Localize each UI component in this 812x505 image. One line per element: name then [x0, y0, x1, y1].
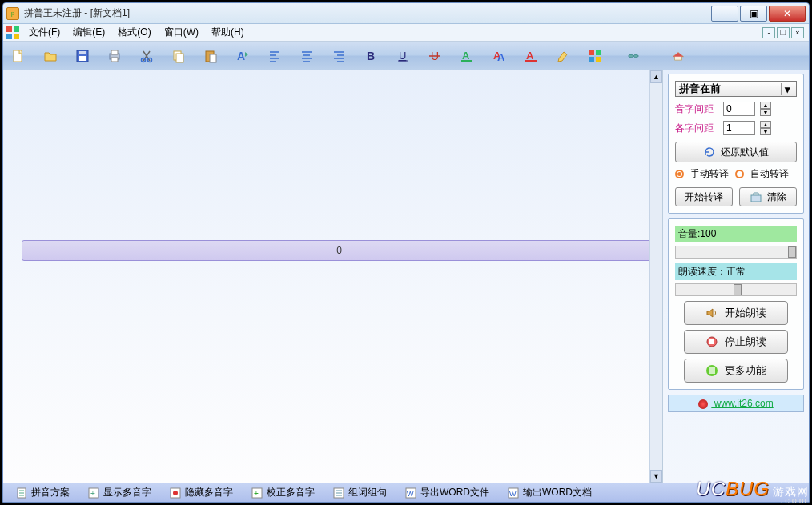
minimize-button[interactable]: —	[711, 6, 738, 22]
align-center-icon[interactable]	[298, 47, 316, 65]
mdi-minimize-button[interactable]: -	[762, 27, 775, 38]
menu-window[interactable]: 窗口(W)	[158, 24, 205, 41]
svg-text:W: W	[407, 490, 414, 498]
align-left-icon[interactable]	[266, 47, 283, 65]
svg-rect-28	[596, 57, 601, 62]
handshake-icon[interactable]	[618, 45, 649, 67]
menu-help[interactable]: 帮助(H)	[205, 24, 251, 41]
output-icon: W	[507, 487, 520, 499]
website-link[interactable]: www.it26.com	[668, 395, 804, 412]
menu-format[interactable]: 格式(O)	[111, 24, 157, 41]
auto-translate-radio[interactable]	[735, 170, 744, 178]
fontcolor3-icon[interactable]: A	[522, 47, 540, 65]
fontcolor2-icon[interactable]: AA	[490, 47, 508, 65]
svg-rect-5	[111, 50, 118, 54]
start-translate-button[interactable]: 开始转译	[675, 187, 733, 206]
paste-icon[interactable]	[202, 47, 219, 65]
window-title: 拼普王未注册 - [新文档1]	[24, 6, 130, 20]
save-icon[interactable]	[74, 47, 91, 65]
restore-defaults-button[interactable]: 还原默认值	[675, 142, 797, 162]
word-spacing-input[interactable]	[723, 121, 755, 135]
mdi-restore-button[interactable]: ❐	[777, 27, 790, 38]
open-icon[interactable]	[42, 47, 59, 65]
menu-file[interactable]: 文件(F)	[22, 24, 66, 41]
svg-text:A: A	[237, 50, 245, 62]
manual-translate-radio[interactable]	[675, 170, 684, 178]
svg-text:A: A	[526, 50, 534, 62]
home-icon[interactable]	[663, 45, 693, 67]
panel-read: 音量:100 朗读速度：正常 开始朗读 停止朗读 更多功能	[668, 218, 804, 390]
svg-rect-2	[79, 56, 86, 61]
speed-slider[interactable]	[675, 283, 797, 296]
hide-icon	[169, 487, 182, 499]
svg-rect-27	[589, 57, 594, 62]
manual-translate-label: 手动转译	[690, 167, 729, 181]
grid-icon[interactable]	[586, 47, 604, 65]
svg-point-37	[173, 491, 178, 495]
svg-rect-12	[210, 54, 216, 62]
start-read-button[interactable]: 开始朗读	[684, 301, 788, 325]
statusbar: 拼音方案 + 显示多音字 隐藏多音字 + 校正多音字 组词组句 W 导出WORD…	[3, 483, 809, 502]
speaker-icon	[705, 307, 718, 319]
dropdown-value: 拼音在前	[679, 82, 721, 96]
fontcolor1-icon[interactable]: A	[458, 47, 476, 65]
editor-content-bar[interactable]: 0	[22, 240, 657, 261]
svg-text:A: A	[497, 51, 505, 63]
close-button[interactable]: ✕	[769, 6, 806, 22]
status-output-word[interactable]: W 输出WORD文档	[500, 484, 599, 501]
status-show-poly[interactable]: + 显示多音字	[80, 484, 159, 501]
underline-icon[interactable]: U	[394, 47, 412, 65]
svg-rect-31	[709, 339, 714, 344]
status-correct-poly[interactable]: + 校正多音字	[243, 484, 322, 501]
windows-icon	[705, 364, 718, 377]
refresh-icon	[703, 146, 716, 158]
globe-icon	[698, 399, 708, 409]
speed-label: 朗读速度：正常	[675, 263, 797, 280]
mdi-close-button[interactable]: ×	[791, 27, 804, 38]
char-spacing-spinner[interactable]: ▲▼	[760, 102, 771, 116]
print-icon[interactable]	[106, 47, 123, 65]
menu-edit[interactable]: 编辑(E)	[66, 24, 111, 41]
clear-button[interactable]: 清除	[739, 187, 797, 206]
titlebar: p 拼普王未注册 - [新文档1] — ▣ ✕	[3, 3, 809, 24]
scroll-down-icon[interactable]: ▼	[650, 470, 662, 483]
status-group-words[interactable]: 组词组句	[325, 484, 394, 501]
undo-icon[interactable]: A	[234, 47, 251, 65]
strike-icon[interactable]: U	[426, 47, 444, 65]
copy-icon[interactable]	[170, 47, 187, 65]
cut-icon[interactable]	[138, 47, 155, 65]
window-controls: — ▣ ✕	[709, 6, 806, 22]
status-export-word[interactable]: W 导出WORD文件	[397, 484, 496, 501]
auto-translate-label: 自动转译	[750, 167, 789, 181]
word-spacing-spinner[interactable]: ▲▼	[760, 121, 771, 135]
svg-text:U: U	[399, 50, 406, 62]
svg-rect-20	[461, 60, 472, 62]
align-right-icon[interactable]	[330, 47, 348, 65]
char-spacing-input[interactable]	[723, 102, 755, 116]
app-icon: p	[6, 7, 19, 20]
main-area: 0 ▲ ▼ 拼音在前 ▾ 音字间距 ▲▼ 各字间距	[3, 70, 809, 483]
mdi-controls: - ❐ ×	[762, 27, 806, 38]
stop-read-button[interactable]: 停止朗读	[684, 330, 788, 354]
vertical-scrollbar[interactable]: ▲ ▼	[649, 70, 662, 483]
bold-icon[interactable]: B	[362, 47, 380, 65]
status-pinyin-scheme[interactable]: 拼音方案	[8, 484, 77, 501]
correct-icon: +	[251, 487, 263, 499]
side-panel: 拼音在前 ▾ 音字间距 ▲▼ 各字间距 ▲▼ 还原默认值	[663, 70, 809, 483]
svg-rect-6	[111, 58, 118, 62]
svg-text:B: B	[367, 50, 375, 62]
more-functions-button[interactable]: 更多功能	[684, 359, 788, 383]
svg-text:+: +	[90, 489, 95, 498]
pinyin-order-dropdown[interactable]: 拼音在前 ▾	[675, 81, 797, 97]
show-icon: +	[87, 487, 100, 499]
highlight-icon[interactable]	[554, 47, 572, 65]
svg-rect-10	[176, 54, 183, 62]
volume-slider[interactable]	[675, 246, 797, 259]
scroll-up-icon[interactable]: ▲	[650, 70, 662, 83]
status-hide-poly[interactable]: 隐藏多音字	[162, 484, 240, 501]
maximize-button[interactable]: ▣	[740, 6, 767, 22]
new-icon[interactable]	[10, 47, 27, 65]
editor-pane[interactable]: 0 ▲ ▼	[3, 70, 663, 483]
export-icon: W	[404, 487, 417, 499]
editor-text: 0	[336, 245, 342, 256]
